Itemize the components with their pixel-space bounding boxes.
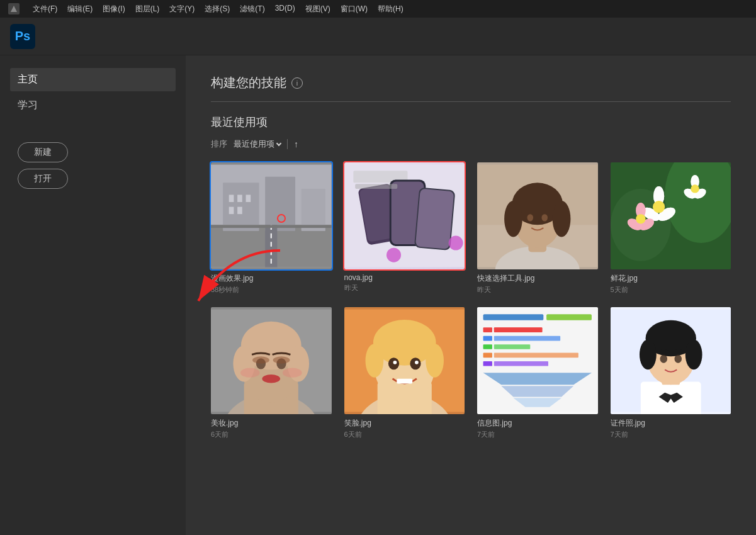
svg-rect-101 — [494, 361, 548, 366]
file-date-0: 38秒钟前 — [211, 285, 332, 295]
sort-divider — [287, 139, 288, 149]
file-item-6[interactable]: 信息图.jpg7天前 — [477, 307, 598, 439]
file-name-0: 漫画效果.jpg — [211, 273, 332, 284]
file-item-5[interactable]: 笑脸.jpg6天前 — [344, 307, 465, 439]
menu-item-视图(V)[interactable]: 视图(V) — [300, 3, 336, 16]
file-name-3: 鲜花.jpg — [611, 273, 731, 284]
menu-item-选择(S)[interactable]: 选择(S) — [200, 3, 235, 16]
file-date-5: 6天前 — [344, 430, 465, 439]
sort-option: 最近使用项 — [234, 138, 274, 150]
svg-point-37 — [541, 214, 548, 221]
svg-rect-98 — [483, 353, 492, 358]
new-button[interactable]: 新建 — [18, 142, 68, 162]
svg-point-54 — [691, 184, 699, 193]
menu-item-3D(D)[interactable]: 3D(D) — [270, 3, 300, 16]
svg-point-26 — [386, 248, 401, 262]
sidebar-buttons: 新建 打开 — [10, 142, 176, 189]
file-item-2[interactable]: 快速选择工具.jpg昨天 — [477, 162, 598, 295]
file-item-7[interactable]: 证件照.jpg7天前 — [611, 307, 731, 439]
file-name-2: 快速选择工具.jpg — [477, 273, 598, 284]
svg-rect-94 — [483, 336, 492, 341]
file-item-1[interactable]: nova.jpg昨天 — [344, 162, 465, 295]
file-item-4[interactable]: 美妆.jpg6天前 — [211, 307, 332, 439]
svg-rect-5 — [265, 177, 295, 231]
svg-point-61 — [636, 214, 645, 223]
sort-order-button[interactable]: ↑ — [294, 139, 298, 149]
svg-rect-96 — [483, 344, 492, 349]
sort-bar: 排序 最近使用项 ↑ — [211, 138, 731, 150]
svg-point-27 — [448, 236, 463, 251]
file-date-7: 7天前 — [611, 430, 731, 439]
open-button[interactable]: 打开 — [18, 169, 68, 189]
menu-item-帮助(H)[interactable]: 帮助(H) — [373, 3, 409, 16]
titlebar: Ps — [0, 18, 756, 55]
svg-point-112 — [685, 339, 702, 369]
svg-rect-95 — [494, 336, 560, 341]
file-date-1: 昨天 — [344, 283, 465, 293]
file-date-3: 5天前 — [611, 285, 731, 295]
svg-point-85 — [393, 361, 397, 364]
svg-point-72 — [273, 356, 290, 363]
svg-rect-90 — [546, 314, 592, 320]
svg-rect-97 — [494, 344, 530, 349]
svg-marker-103 — [501, 386, 573, 397]
svg-point-111 — [639, 339, 656, 369]
sidebar-nav-1[interactable]: 学习 — [10, 94, 176, 117]
file-item-0[interactable]: 漫画效果.jpg38秒钟前 — [211, 162, 332, 295]
svg-rect-10 — [229, 207, 234, 214]
svg-marker-102 — [483, 373, 592, 385]
svg-rect-89 — [483, 314, 544, 320]
file-date-6: 7天前 — [477, 430, 598, 439]
svg-point-36 — [527, 214, 533, 221]
file-name-1: nova.jpg — [344, 273, 465, 282]
menu-item-滤镜(T)[interactable]: 滤镜(T) — [235, 3, 269, 16]
file-grid: 漫画效果.jpg38秒钟前 nova.jpg — [211, 162, 731, 439]
svg-point-35 — [553, 201, 571, 237]
svg-rect-87 — [397, 379, 412, 384]
svg-rect-25 — [355, 184, 397, 189]
menu-item-图层(L)[interactable]: 图层(L) — [130, 3, 165, 16]
sort-dropdown[interactable]: 最近使用项 — [234, 138, 281, 150]
menu-item-文字(Y)[interactable]: 文字(Y) — [164, 3, 200, 16]
menu-item-文件(F)[interactable]: 文件(F) — [28, 3, 62, 16]
menu-item-编辑(E)[interactable]: 编辑(E) — [62, 3, 98, 16]
file-name-5: 笑脸.jpg — [344, 418, 465, 429]
svg-point-113 — [660, 354, 667, 363]
file-item-3[interactable]: 鲜花.jpg5天前 — [611, 162, 731, 295]
svg-point-81 — [365, 344, 383, 378]
svg-rect-24 — [415, 189, 453, 249]
main-layout: 主页学习 新建 打开 构建您的技能 i 最近使用项 排序 最近使用项 ↑ — [0, 55, 756, 535]
file-date-2: 昨天 — [477, 285, 598, 295]
svg-point-86 — [415, 361, 419, 364]
info-icon[interactable]: i — [291, 77, 303, 89]
svg-point-75 — [283, 368, 302, 377]
svg-point-73 — [262, 374, 280, 383]
svg-point-114 — [674, 354, 681, 363]
svg-rect-7 — [229, 194, 234, 201]
chevron-down-icon — [276, 141, 281, 146]
build-skills-title: 构建您的技能 — [211, 74, 286, 91]
svg-point-34 — [504, 201, 522, 237]
svg-point-71 — [252, 356, 269, 363]
svg-rect-11 — [237, 207, 242, 214]
menu-item-窗口(W)[interactable]: 窗口(W) — [336, 3, 373, 16]
svg-point-74 — [240, 368, 260, 377]
content-area: 构建您的技能 i 最近使用项 排序 最近使用项 ↑ — [186, 55, 756, 535]
recent-title: 最近使用项 — [211, 115, 731, 130]
sidebar-nav-0[interactable]: 主页 — [10, 68, 176, 91]
file-name-6: 信息图.jpg — [477, 418, 598, 429]
svg-rect-14 — [211, 225, 332, 228]
file-date-4: 6天前 — [211, 430, 332, 439]
svg-point-47 — [653, 201, 665, 213]
ps-logo: Ps — [10, 24, 35, 49]
menubar: 文件(F)编辑(E)图像(I)图层(L)文字(Y)选择(S)滤镜(T)3D(D)… — [0, 0, 756, 18]
file-name-7: 证件照.jpg — [611, 418, 731, 429]
svg-rect-93 — [494, 327, 543, 332]
svg-rect-99 — [494, 353, 578, 358]
sidebar: 主页学习 新建 打开 — [0, 55, 186, 535]
svg-rect-100 — [483, 361, 492, 366]
svg-rect-9 — [246, 194, 251, 201]
menu-item-图像(I)[interactable]: 图像(I) — [98, 3, 130, 16]
file-name-4: 美妆.jpg — [211, 418, 332, 429]
svg-rect-8 — [237, 194, 242, 201]
